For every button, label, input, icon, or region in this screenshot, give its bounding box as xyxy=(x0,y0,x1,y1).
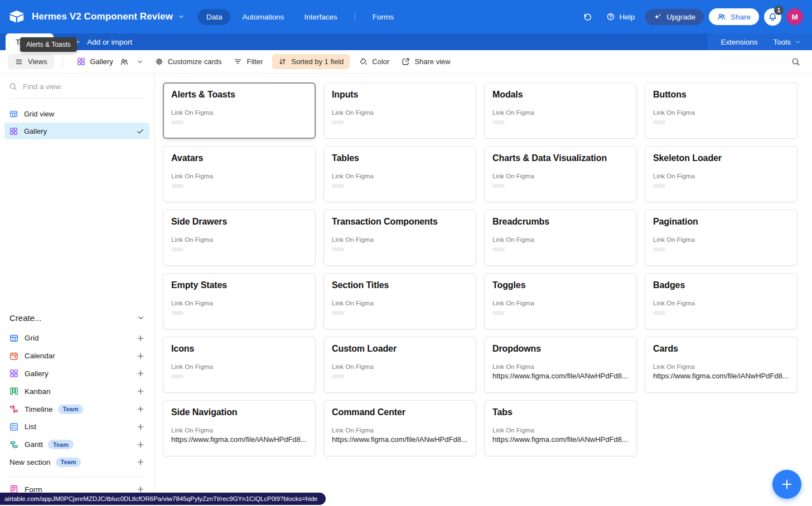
card-field-label: Link On Figma xyxy=(171,236,307,243)
share-view-button[interactable]: Share view xyxy=(395,54,456,69)
plus-icon[interactable] xyxy=(137,334,144,342)
card-empty-pill xyxy=(332,120,344,124)
plus-icon[interactable] xyxy=(137,369,144,377)
create-label: Create... xyxy=(9,313,42,323)
sidebar-view-grid-view[interactable]: Grid view xyxy=(4,105,149,122)
grid-view-icon xyxy=(9,110,18,118)
gallery-card[interactable]: CardsLink On Figmahttps://www.figma.com/… xyxy=(645,337,798,393)
color-button[interactable]: Color xyxy=(353,54,395,69)
create-item-label: Gallery xyxy=(25,369,49,378)
card-figma-url[interactable]: https://www.figma.com/file/iANwHPdFd8... xyxy=(653,372,789,380)
help-label: Help xyxy=(619,13,635,21)
create-item-gantt[interactable]: GanttTeam xyxy=(0,436,154,454)
customize-cards-button[interactable]: Customize cards xyxy=(149,54,228,69)
gallery-card[interactable]: Side NavigationLink On Figmahttps://www.… xyxy=(163,400,316,456)
view-switcher[interactable]: Gallery xyxy=(71,54,148,70)
gallery-card[interactable]: Empty StatesLink On Figma xyxy=(163,273,316,329)
tab-interfaces[interactable]: Interfaces xyxy=(296,9,346,25)
card-field-label: Link On Figma xyxy=(653,173,789,179)
gallery-card[interactable]: Section TitlesLink On Figma xyxy=(323,273,476,329)
gallery-card[interactable]: ButtonsLink On Figma xyxy=(645,82,798,139)
create-section-header[interactable]: Create... xyxy=(9,310,144,325)
help-button[interactable]: Help xyxy=(601,9,640,25)
tab-forms[interactable]: Forms xyxy=(364,9,402,25)
create-item-new-section[interactable]: New sectionTeam xyxy=(0,454,154,471)
card-figma-url[interactable]: https://www.figma.com/file/iANwHPdFd8... xyxy=(171,435,307,444)
gallery-card[interactable]: Skeleton LoaderLink On Figma xyxy=(645,146,798,202)
gallery-card[interactable]: Transaction ComponentsLink On Figma xyxy=(323,210,476,266)
card-title: Icons xyxy=(171,344,307,354)
filter-button[interactable]: Filter xyxy=(228,54,269,69)
create-item-kanban[interactable]: Kanban xyxy=(0,382,154,400)
gallery-card[interactable]: Charts & Data VisualizationLink On Figma xyxy=(484,146,637,202)
add-record-fab[interactable] xyxy=(772,470,801,499)
gallery-card[interactable]: TablesLink On Figma xyxy=(323,146,476,202)
create-item-timeline[interactable]: TimelineTeam xyxy=(0,400,154,418)
toolbar-divider xyxy=(62,57,63,67)
upgrade-button[interactable]: Upgrade xyxy=(645,9,704,25)
top-navbar: Hermes V2 Component Review Data Automati… xyxy=(0,0,812,33)
plus-icon[interactable] xyxy=(137,405,144,413)
card-figma-url[interactable]: https://www.figma.com/file/iANwHPdFd8... xyxy=(492,372,629,380)
card-figma-url[interactable]: https://www.figma.com/file/iANwHPdFd8... xyxy=(492,435,629,444)
plus-icon[interactable] xyxy=(137,387,144,395)
gallery-card[interactable]: IconsLink On Figma xyxy=(163,337,316,393)
gallery-card[interactable]: AvatarsLink On Figma xyxy=(163,146,316,202)
card-field-label: Link On Figma xyxy=(171,300,307,306)
add-or-import-button[interactable]: Add or import xyxy=(73,38,132,46)
check-icon xyxy=(136,127,144,135)
find-view-input[interactable] xyxy=(23,82,145,91)
card-figma-url[interactable]: https://www.figma.com/file/iANwHPdFd8... xyxy=(332,435,468,444)
card-field-label: Link On Figma xyxy=(492,363,629,370)
gallery-card[interactable]: BadgesLink On Figma xyxy=(645,273,798,329)
extensions-button[interactable]: Extensions xyxy=(721,38,757,46)
upgrade-label: Upgrade xyxy=(666,13,695,21)
gallery-card[interactable]: TogglesLink On Figma xyxy=(484,273,637,329)
plus-icon[interactable] xyxy=(137,441,144,449)
sort-button[interactable]: Sorted by 1 field xyxy=(272,54,350,69)
share-view-label: Share view xyxy=(414,57,450,66)
card-field-label: Link On Figma xyxy=(332,236,468,243)
history-button[interactable] xyxy=(579,8,596,25)
tools-button[interactable]: Tools xyxy=(773,38,801,46)
card-field-label: Link On Figma xyxy=(653,236,789,243)
share-button[interactable]: Share xyxy=(709,8,759,25)
sidebar-view-gallery[interactable]: Gallery xyxy=(4,123,149,139)
gallery-card[interactable]: PaginationLink On Figma xyxy=(645,210,798,266)
plus-icon[interactable] xyxy=(137,458,144,466)
gallery-card[interactable]: InputsLink On Figma xyxy=(323,82,476,139)
tab-automations[interactable]: Automations xyxy=(234,9,292,25)
card-title: Skeleton Loader xyxy=(653,153,789,163)
gallery-card[interactable]: Alerts & ToastsLink On Figma xyxy=(163,82,316,139)
current-view-name: Gallery xyxy=(90,57,113,66)
gallery-card[interactable]: TabsLink On Figmahttps://www.figma.com/f… xyxy=(484,400,637,456)
gallery-card[interactable]: ModalsLink On Figma xyxy=(484,82,637,139)
card-title: Alerts & Toasts xyxy=(171,90,307,100)
gallery-card[interactable]: Custom LoaderLink On Figma xyxy=(323,337,476,393)
view-list: Grid viewGallery xyxy=(0,105,154,139)
plus-icon[interactable] xyxy=(137,352,144,360)
tab-data[interactable]: Data xyxy=(198,9,231,25)
find-view-search[interactable] xyxy=(9,82,145,99)
plus-icon[interactable] xyxy=(137,423,144,431)
gallery-card[interactable]: DropdownsLink On Figmahttps://www.figma.… xyxy=(484,337,637,393)
create-item-calendar[interactable]: Calendar xyxy=(0,347,154,365)
create-item-grid[interactable]: Grid xyxy=(0,329,154,347)
gallery-card[interactable]: Side DrawersLink On Figma xyxy=(163,210,316,266)
card-title: Breadcrumbs xyxy=(492,217,629,227)
table-tabs-bar: Tab Add or import Extensions Tools xyxy=(0,33,812,50)
gear-icon xyxy=(155,57,163,66)
search-button[interactable] xyxy=(787,53,804,70)
create-list: GridCalendarGalleryKanbanTimelineTeamLis… xyxy=(0,329,154,498)
base-title[interactable]: Hermes V2 Component Review xyxy=(32,11,173,22)
notifications-button[interactable]: 1 xyxy=(764,8,781,26)
avatar[interactable]: M xyxy=(786,8,803,25)
chevron-down-icon[interactable] xyxy=(178,13,185,20)
create-item-label: New section xyxy=(9,458,51,466)
create-item-gallery[interactable]: Gallery xyxy=(0,365,154,383)
create-item-list[interactable]: List xyxy=(0,418,154,436)
views-button[interactable]: Views xyxy=(8,54,54,69)
card-title: Charts & Data Visualization xyxy=(492,153,629,163)
gallery-card[interactable]: BreadcrumbsLink On Figma xyxy=(484,210,637,266)
gallery-card[interactable]: Command CenterLink On Figmahttps://www.f… xyxy=(323,400,476,456)
